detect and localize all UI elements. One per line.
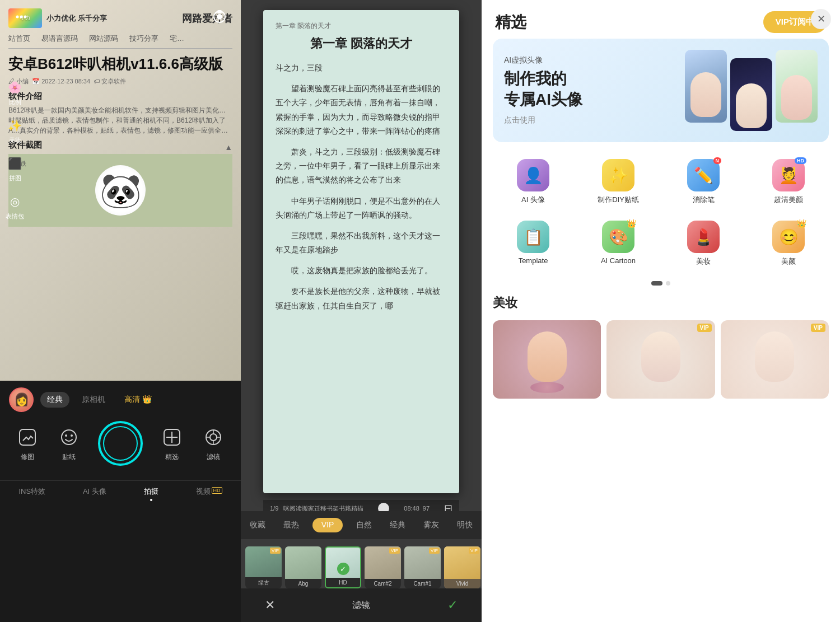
svg-point-9 (71, 434, 73, 437)
tab-classic[interactable]: 经典 (385, 518, 410, 532)
eraser-badge: N (713, 157, 722, 164)
face-1 (528, 331, 567, 382)
cancel-button[interactable]: ✕ (258, 593, 282, 618)
svg-rect-5 (218, 11, 221, 13)
ai-banner-title: 制作我的专属AI头像 (504, 69, 685, 110)
filter-abg[interactable]: Abg (285, 546, 321, 588)
filter-cam2[interactable]: Cam#2 (365, 546, 401, 588)
collapse-icon[interactable]: ▲ (225, 143, 232, 152)
shutter-button[interactable] (98, 421, 143, 466)
hd-beauty-label: 超清美颜 (774, 195, 803, 205)
action-label: 滤镜 (352, 600, 370, 611)
makeup-row: VIP VIP (482, 320, 840, 399)
nav-shoot-label: 拍摄 (144, 487, 158, 497)
svg-point-0 (17, 16, 18, 18)
feature-makeup[interactable]: 💄 美妆 (663, 215, 744, 272)
camera-sidebar: 🌸 比例 ✨ 美妆 ⬛ 拼图 ◎ 表情包 (6, 78, 24, 221)
filter-hd[interactable]: HD ✓ (325, 546, 361, 588)
feature-template[interactable]: 📋 Template (493, 215, 573, 272)
ai-banner-cta[interactable]: 点击使用 (504, 115, 685, 125)
nav-home[interactable]: 站首页 (8, 34, 30, 44)
svg-point-4 (217, 15, 222, 19)
sidebar-beauty[interactable]: ✨ 美妆 (6, 116, 24, 144)
filter-selected-check: ✓ (337, 563, 349, 575)
active-dot (150, 499, 152, 501)
tab-vip[interactable]: VIP (312, 518, 343, 532)
shutter-row: 修图 贴纸 (0, 412, 241, 475)
makeup-item-1[interactable] (493, 320, 601, 399)
para-1: 望着测验魔石碑上面闪亮得甚至有些刺眼的五个大字，少年面无表情，唇角有着一抹自嘲，… (276, 82, 447, 138)
feature-hd-beauty[interactable]: 💆 HD 超清美颜 (748, 153, 829, 211)
sticker-label: 表情包 (6, 212, 24, 221)
close-button[interactable]: ✕ (811, 9, 831, 29)
chapter-small: 第一章 陨落的天才 (276, 21, 447, 31)
vip-tag-3: VIP (811, 324, 825, 332)
sticker-button[interactable]: 贴纸 (57, 425, 81, 462)
svg-point-2 (25, 16, 26, 18)
collage-label: 拼图 (9, 174, 21, 183)
filter-vivid-label: Vivid (444, 579, 480, 588)
hd-beauty-icon: 💆 HD (772, 159, 805, 191)
ai-avatar-label: AI 头像 (521, 195, 545, 205)
article-meta: 🖊 小编 📅 2022-12-23 08:34 🏷 安卓软件 (8, 77, 232, 86)
nav-video[interactable]: 视频 HD (196, 487, 222, 501)
confirm-button[interactable]: ✓ (440, 593, 465, 618)
filter-abg-label: Abg (285, 579, 321, 588)
para-6: 要不是族长是他的父亲，这种废物，早就被驱赶出家族，任其自生自灭了，哪 (276, 284, 447, 312)
feature-face-beauty[interactable]: 😊 👑 美颜 (748, 215, 829, 272)
tab-bright[interactable]: 明快 (452, 518, 477, 532)
mode-hd[interactable]: 高清 👑 (118, 392, 158, 408)
ai-banner-images (685, 50, 818, 131)
nav-more: 宅… (170, 34, 184, 44)
mode-classic[interactable]: 经典 (40, 392, 69, 408)
tab-hot[interactable]: 最热 (279, 518, 304, 532)
filter-cam1-label: Cam#1 (404, 579, 441, 588)
sticker-btn-label: 贴纸 (62, 452, 76, 462)
svg-point-1 (21, 16, 22, 18)
sidebar-ratio[interactable]: 🌸 比例 (6, 78, 24, 106)
sidebar-collage[interactable]: ⬛ 拼图 (6, 155, 24, 183)
tab-grey[interactable]: 雾灰 (419, 518, 444, 532)
filter-lugu[interactable]: 绿古 (245, 546, 282, 588)
sidebar-sticker[interactable]: ◎ 表情包 (6, 193, 24, 221)
beauty-icon: ✨ (6, 116, 24, 134)
camera-flip-button[interactable] (209, 7, 230, 27)
nav-tips[interactable]: 技巧分享 (129, 34, 158, 44)
tab-collection[interactable]: 收藏 (245, 518, 270, 532)
feature-diy-sticker[interactable]: ✨ 制作DIY贴纸 (578, 153, 659, 211)
eraser-icon: ✏️ N (687, 159, 720, 191)
feature-ai-cartoon[interactable]: 🎨 👑 AI Cartoon (578, 215, 659, 272)
retouch-button[interactable]: 修图 (15, 425, 40, 462)
template-label: Template (519, 256, 548, 265)
feature-eraser[interactable]: ✏️ N 消除笔 (663, 153, 744, 211)
feature-title: 精选 (495, 12, 526, 33)
nav-ins[interactable]: INS特效 (18, 487, 45, 501)
dot-1 (651, 281, 662, 286)
tab-natural[interactable]: 自然 (352, 518, 376, 532)
filter-button[interactable]: 滤镜 (201, 425, 226, 462)
nav-shoot[interactable]: 拍摄 (144, 487, 158, 501)
ai-img-3 (776, 50, 818, 123)
nav-code[interactable]: 易语言源码 (41, 34, 78, 44)
feature-ai-avatar[interactable]: 👤 AI 头像 (493, 153, 573, 211)
nav-website[interactable]: 网站源码 (89, 34, 118, 44)
reader-page: 第一章 陨落的天才 第一章 陨落的天才 斗之力，三段 望着测验魔石碑上面闪亮得甚… (263, 10, 459, 493)
menu-button[interactable] (11, 7, 31, 27)
ai-avatar-icon: 👤 (517, 159, 549, 191)
makeup-icon: 💄 (687, 221, 720, 253)
article-title: 安卓B612咔叭相机v11.6.6高级版 (8, 55, 232, 73)
makeup-item-2[interactable]: VIP (606, 320, 715, 399)
nav-ai[interactable]: AI 头像 (83, 487, 106, 501)
mode-original[interactable]: 原相机 (75, 392, 112, 408)
ai-cartoon-label: AI Cartoon (601, 256, 636, 265)
filter-vivid[interactable]: Vivid (444, 546, 480, 588)
template-icon: 📋 (517, 221, 549, 253)
para-4: 三段嘿嘿，果然不出我所料，这个天才这一年又是在原地踏步 (276, 229, 447, 257)
featured-button[interactable]: 精选 (160, 425, 184, 462)
makeup-item-3[interactable]: VIP (721, 320, 829, 399)
filter-cam1[interactable]: Cam#1 (404, 546, 441, 588)
vip-tag-2: VIP (697, 324, 712, 332)
svg-point-7 (62, 430, 76, 445)
ai-banner-subtitle: AI虚拟头像 (504, 55, 685, 66)
retouch-icon (15, 425, 40, 450)
